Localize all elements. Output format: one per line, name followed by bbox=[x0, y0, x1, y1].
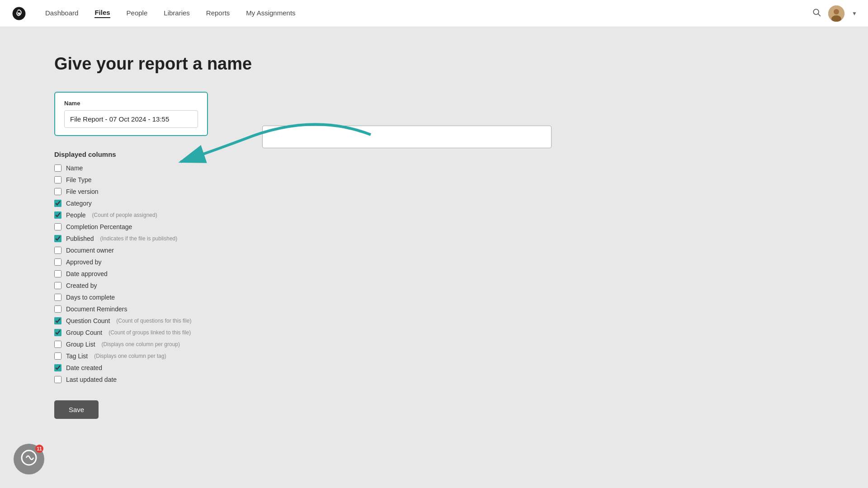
avatar-chevron-icon[interactable]: ▼ bbox=[852, 10, 857, 17]
checkbox-row-date-created: Date created bbox=[54, 364, 814, 371]
checkbox-row-date-approved: Date approved bbox=[54, 270, 814, 277]
checkbox-row-last-updated-date: Last updated date bbox=[54, 376, 814, 383]
checkbox-label-group-list: Group List bbox=[66, 341, 95, 348]
checkbox-category[interactable] bbox=[54, 200, 61, 207]
checkbox-sublabel-group-count: (Count of groups linked to this file) bbox=[108, 329, 191, 336]
wide-input-background bbox=[262, 126, 552, 148]
svg-point-8 bbox=[22, 450, 36, 465]
nav-dashboard[interactable]: Dashboard bbox=[45, 9, 78, 18]
checkbox-date-created[interactable] bbox=[54, 364, 61, 371]
checkbox-row-document-owner: Document owner bbox=[54, 247, 814, 254]
checkbox-label-file-type: File Type bbox=[66, 176, 92, 183]
columns-title: Displayed columns bbox=[54, 150, 814, 158]
checkbox-label-file-version: File version bbox=[66, 188, 99, 195]
checkbox-tag-list[interactable] bbox=[54, 352, 61, 360]
checkbox-row-published: Published(Indicates if the file is publi… bbox=[54, 235, 814, 242]
checkbox-label-document-reminders: Document Reminders bbox=[66, 305, 127, 313]
checkbox-label-published: Published bbox=[66, 235, 94, 242]
checkbox-last-updated-date[interactable] bbox=[54, 376, 61, 383]
navbar: Dashboard Files People Libraries Reports… bbox=[0, 0, 868, 27]
main-content: Give your report a name Name Displayed c… bbox=[0, 27, 868, 488]
checkbox-row-people: People(Count of people assigned) bbox=[54, 211, 814, 219]
checkbox-document-reminders[interactable] bbox=[54, 305, 61, 313]
checkbox-label-document-owner: Document owner bbox=[66, 247, 114, 254]
checkbox-row-name: Name bbox=[54, 164, 814, 172]
save-button[interactable]: Save bbox=[54, 400, 99, 419]
checkbox-label-group-count: Group Count bbox=[66, 329, 102, 336]
checkbox-row-file-type: File Type bbox=[54, 176, 814, 183]
checkbox-row-question-count: Question Count(Count of questions for th… bbox=[54, 317, 814, 324]
checkbox-label-tag-list: Tag List bbox=[66, 352, 88, 360]
checkbox-row-document-reminders: Document Reminders bbox=[54, 305, 814, 313]
checkbox-row-file-version: File version bbox=[54, 188, 814, 195]
checkbox-label-name: Name bbox=[66, 164, 83, 172]
svg-point-5 bbox=[834, 9, 839, 14]
checkbox-row-approved-by: Approved by bbox=[54, 258, 814, 266]
svg-line-3 bbox=[818, 14, 821, 16]
checkbox-group-list[interactable] bbox=[54, 341, 61, 348]
checkbox-row-category: Category bbox=[54, 200, 814, 207]
checkbox-approved-by[interactable] bbox=[54, 258, 61, 266]
checkbox-row-group-list: Group List(Displays one column per group… bbox=[54, 341, 814, 348]
name-box: Name bbox=[54, 92, 208, 136]
checkbox-label-completion-percentage: Completion Percentage bbox=[66, 223, 132, 230]
checkbox-sublabel-group-list: (Displays one column per group) bbox=[102, 341, 180, 347]
nav-my-assignments[interactable]: My Assignments bbox=[246, 9, 295, 18]
checkbox-completion-percentage[interactable] bbox=[54, 223, 61, 230]
checkbox-label-people: People bbox=[66, 211, 86, 219]
nav-reports[interactable]: Reports bbox=[206, 9, 230, 18]
checkbox-document-owner[interactable] bbox=[54, 247, 61, 254]
app-logo[interactable] bbox=[11, 5, 27, 22]
widget-icon bbox=[21, 450, 37, 469]
columns-section: Displayed columns NameFile TypeFile vers… bbox=[54, 150, 814, 383]
name-label: Name bbox=[64, 100, 198, 107]
checkbox-people[interactable] bbox=[54, 211, 61, 219]
checkbox-name[interactable] bbox=[54, 164, 61, 172]
checkbox-label-date-created: Date created bbox=[66, 364, 102, 371]
checkbox-group-count[interactable] bbox=[54, 329, 61, 336]
nav-libraries[interactable]: Libraries bbox=[164, 9, 190, 18]
checkbox-sublabel-people: (Count of people assigned) bbox=[92, 212, 157, 218]
checkbox-label-created-by: Created by bbox=[66, 282, 97, 289]
checkbox-label-last-updated-date: Last updated date bbox=[66, 376, 117, 383]
checkbox-label-question-count: Question Count bbox=[66, 317, 110, 324]
checkbox-list: NameFile TypeFile versionCategoryPeople(… bbox=[54, 164, 814, 383]
checkbox-label-approved-by: Approved by bbox=[66, 258, 102, 266]
checkbox-label-category: Category bbox=[66, 200, 92, 207]
checkbox-row-completion-percentage: Completion Percentage bbox=[54, 223, 814, 230]
page-title: Give your report a name bbox=[54, 54, 814, 74]
checkbox-sublabel-question-count: (Count of questions for this file) bbox=[116, 318, 191, 324]
checkbox-file-type[interactable] bbox=[54, 176, 61, 183]
nav-right: ▼ bbox=[812, 5, 857, 22]
checkbox-date-approved[interactable] bbox=[54, 270, 61, 277]
widget-badge: 11 bbox=[35, 445, 43, 453]
nav-files[interactable]: Files bbox=[94, 9, 110, 18]
checkbox-row-tag-list: Tag List(Displays one column per tag) bbox=[54, 352, 814, 360]
checkbox-label-date-approved: Date approved bbox=[66, 270, 108, 277]
checkbox-question-count[interactable] bbox=[54, 317, 61, 324]
checkbox-file-version[interactable] bbox=[54, 188, 61, 195]
name-input[interactable] bbox=[64, 110, 198, 128]
checkbox-sublabel-published: (Indicates if the file is published) bbox=[100, 235, 178, 242]
checkbox-row-days-to-complete: Days to complete bbox=[54, 294, 814, 301]
checkbox-row-group-count: Group Count(Count of groups linked to th… bbox=[54, 329, 814, 336]
checkbox-created-by[interactable] bbox=[54, 282, 61, 289]
svg-point-1 bbox=[18, 12, 20, 14]
nav-people[interactable]: People bbox=[127, 9, 148, 18]
avatar[interactable] bbox=[828, 5, 844, 22]
bottom-widget[interactable]: 11 bbox=[14, 444, 44, 474]
checkbox-sublabel-tag-list: (Displays one column per tag) bbox=[94, 353, 166, 359]
search-icon[interactable] bbox=[812, 8, 821, 19]
checkbox-row-created-by: Created by bbox=[54, 282, 814, 289]
checkbox-days-to-complete[interactable] bbox=[54, 294, 61, 301]
checkbox-label-days-to-complete: Days to complete bbox=[66, 294, 115, 301]
checkbox-published[interactable] bbox=[54, 235, 61, 242]
nav-links: Dashboard Files People Libraries Reports… bbox=[45, 9, 812, 18]
